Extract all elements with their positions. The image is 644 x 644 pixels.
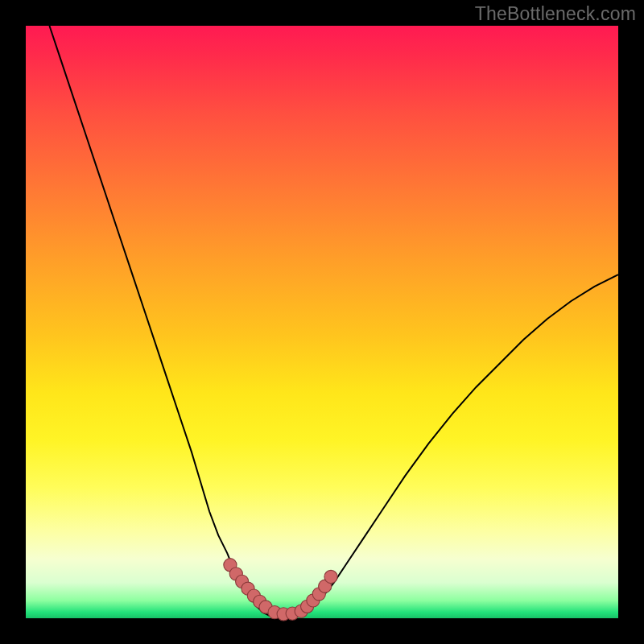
watermark-text: TheBottleneck.com (475, 3, 636, 25)
curve-path (49, 26, 618, 617)
bottleneck-curve (26, 26, 618, 618)
chart-frame: TheBottleneck.com (0, 0, 644, 644)
valley-marker (324, 570, 337, 583)
